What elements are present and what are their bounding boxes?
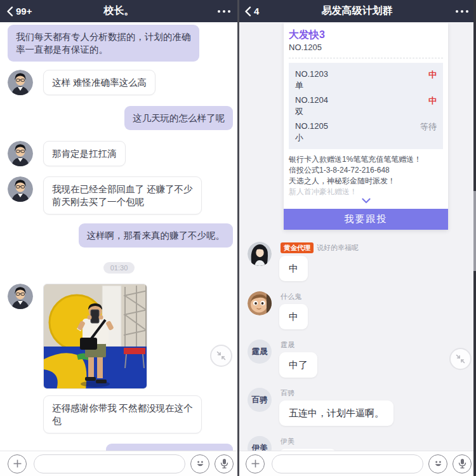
message-row: 这几天玩的怎么样了呢 <box>0 106 238 130</box>
current-issue: NO.1205 <box>289 42 443 53</box>
back-button[interactable]: 4 <box>244 6 259 17</box>
message-group: 黄金代理 说好的幸福呢 中 <box>248 242 471 281</box>
message-group: 霆晟 霆晟 中了 <box>248 340 471 378</box>
contact-avatar[interactable] <box>8 70 33 95</box>
microphone-icon <box>458 458 467 469</box>
dashed-divider <box>289 58 443 58</box>
chat-panel-group: 4 易发高级计划群 大发快3 NO.1205 NO.1203单 中 NO.120… <box>238 0 476 476</box>
member-avatar[interactable] <box>248 291 272 315</box>
message-bubble: 这样啊，那看来真的赚了不少呢。 <box>79 223 234 248</box>
expand-announcement-button[interactable] <box>289 197 443 207</box>
plus-icon <box>13 459 22 468</box>
voice-button[interactable] <box>215 454 234 473</box>
message-bubble: 那肯定是扛扛滴 <box>43 141 126 166</box>
attach-button[interactable] <box>8 454 27 473</box>
announcement-text: 银行卡入款赠送1%笔笔充值笔笔赠送！ 倍投公式1-3-8-24-72-216-6… <box>289 154 443 197</box>
result-badge: 等待 <box>420 121 437 133</box>
pick-value: 单 <box>295 80 328 91</box>
arrows-inward-icon <box>454 353 466 365</box>
attach-button[interactable] <box>246 454 265 473</box>
man-avatar-icon <box>8 176 33 202</box>
smiley-icon <box>195 458 206 469</box>
right-message-list: 大发快3 NO.1205 NO.1203单 中 NO.1204双 中 NO.12… <box>238 22 476 451</box>
right-input-bar <box>238 451 476 476</box>
more-icon <box>218 10 220 13</box>
plus-icon <box>251 459 260 468</box>
message-bubble: 中了 <box>279 352 317 378</box>
photo-message[interactable] <box>43 284 147 389</box>
back-button[interactable]: 99+ <box>6 6 32 17</box>
message-input[interactable] <box>34 454 185 473</box>
message-bubble: 我现在已经全部回血了 还赚了不少 前天刚去买了一个包呢 <box>43 176 202 215</box>
message-group: 伊美 伊美 厉害厉害 <box>248 436 471 451</box>
scrollbar-track[interactable] <box>473 0 476 476</box>
girl-avatar-icon <box>248 242 272 266</box>
selfie-photo-image <box>44 284 147 389</box>
message-bubble: 五连中，计划牛逼啊。 <box>279 400 393 426</box>
page-title: 校长。 <box>104 4 135 18</box>
contact-avatar[interactable] <box>8 284 33 309</box>
unread-count: 4 <box>254 6 259 17</box>
pick-value: 双 <box>295 106 328 117</box>
baby-avatar-icon <box>248 291 272 315</box>
left-message-list: 我们每天都有专人分析数据的，计划的准确 率一直都是有保证的。 <box>0 22 238 451</box>
unread-count: 99+ <box>16 6 32 17</box>
message-bubble: 大家一起赚钱，不用客气。 <box>106 444 233 451</box>
group-messages: 黄金代理 说好的幸福呢 中 <box>238 230 476 451</box>
chevron-down-icon <box>362 198 371 204</box>
message-row: 那肯定是扛扛滴 <box>0 141 238 166</box>
message-row: 我们每天都有专人分析数据的，计划的准确 率一直都是有保证的。 <box>0 25 238 62</box>
message-bubble: 这样 难怪准确率这么高 <box>43 70 155 95</box>
message-bubble: 中 <box>279 256 308 281</box>
message-row: 我现在已经全部回血了 还赚了不少 前天刚去买了一个包呢 <box>0 176 238 215</box>
member-avatar[interactable]: 霆晟 <box>248 340 272 364</box>
more-icon <box>456 10 458 13</box>
member-name: 什么鬼 <box>281 292 301 301</box>
member-avatar[interactable]: 伊美 <box>248 436 272 451</box>
collapse-panel-button[interactable] <box>449 348 472 370</box>
microphone-icon <box>220 458 229 469</box>
right-header: 4 易发高级计划群 <box>238 0 476 22</box>
collapse-chat-button[interactable] <box>210 345 232 367</box>
message-group: 百骋 百骋 五连中，计划牛逼啊。 <box>248 388 471 426</box>
issue-number: NO.1204 <box>295 95 328 106</box>
more-menu-button[interactable] <box>216 6 232 17</box>
page-title: 易发高级计划群 <box>322 4 393 18</box>
message-row: 还得感谢你带我 不然都没现在这个 包 <box>0 395 238 433</box>
timestamp: 01:30 <box>103 262 135 274</box>
pick-value: 小 <box>295 132 328 143</box>
message-bubble: 我们每天都有专人分析数据的，计划的准确 率一直都是有保证的。 <box>8 25 199 62</box>
issue-number: NO.1205 <box>295 121 328 132</box>
emoji-button[interactable] <box>428 454 447 473</box>
member-name: 伊美 <box>281 437 294 446</box>
member-name: 百骋 <box>281 388 294 398</box>
message-group: 什么鬼 中 <box>248 291 471 329</box>
plan-row: NO.1204双 中 <box>295 93 437 119</box>
arrows-inward-icon <box>215 350 227 362</box>
message-row <box>0 284 238 389</box>
plan-row: NO.1203单 中 <box>295 67 437 93</box>
message-bubble: 中 <box>279 304 308 329</box>
lottery-name: 大发快3 <box>289 29 443 41</box>
app-screenshot: 99+ 校长。 我们每天都有专人分析数据的，计划的准确 率一直都是有保证的。 <box>0 0 476 476</box>
emoji-button[interactable] <box>190 454 209 473</box>
message-bubble: 这几天玩的怎么样了呢 <box>124 106 233 130</box>
contact-avatar[interactable] <box>8 176 33 202</box>
man-avatar-icon <box>8 70 33 95</box>
result-badge: 中 <box>428 69 437 81</box>
chat-panel-principal: 99+ 校长。 我们每天都有专人分析数据的，计划的准确 率一直都是有保证的。 <box>0 0 238 476</box>
message-input[interactable] <box>272 454 423 473</box>
timestamp-row: 01:30 <box>0 261 238 274</box>
chevron-left-icon <box>244 6 251 17</box>
member-avatar[interactable]: 百骋 <box>248 388 272 412</box>
left-input-bar <box>0 451 238 476</box>
scrollbar-thumb[interactable] <box>473 191 476 271</box>
smiley-icon <box>433 458 444 469</box>
voice-button[interactable] <box>453 454 472 473</box>
contact-avatar[interactable] <box>8 141 33 166</box>
member-badge: 黄金代理 <box>281 242 314 253</box>
member-avatar[interactable] <box>248 242 272 266</box>
result-badge: 中 <box>428 95 437 107</box>
follow-bet-button[interactable]: 我要跟投 <box>284 209 448 230</box>
more-menu-button[interactable] <box>454 6 470 17</box>
